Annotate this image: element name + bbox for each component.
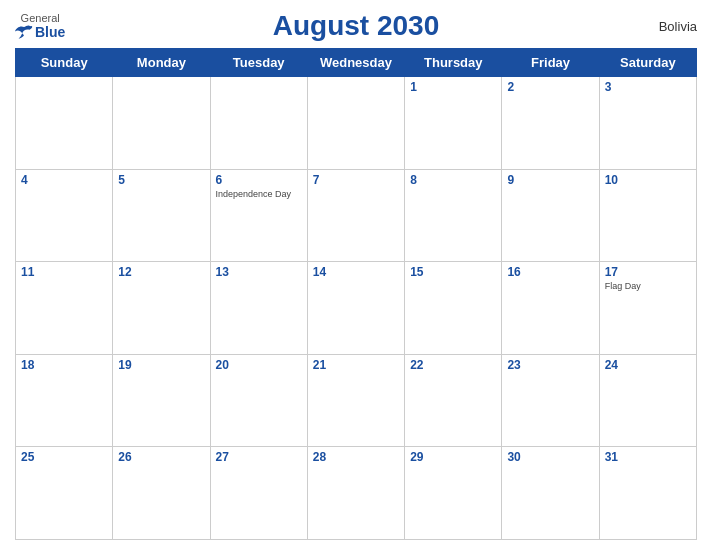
event-label: Independence Day — [216, 189, 302, 200]
calendar-week-2: 456Independence Day78910 — [16, 169, 697, 262]
logo-general: General — [21, 12, 60, 24]
calendar-header: General Blue August 2030 Bolivia — [15, 10, 697, 42]
day-number: 24 — [605, 358, 691, 372]
day-number: 17 — [605, 265, 691, 279]
table-row — [210, 77, 307, 170]
day-number: 1 — [410, 80, 496, 94]
table-row: 4 — [16, 169, 113, 262]
day-number: 10 — [605, 173, 691, 187]
table-row: 16 — [502, 262, 599, 355]
day-number: 22 — [410, 358, 496, 372]
header-wednesday: Wednesday — [307, 49, 404, 77]
day-number: 23 — [507, 358, 593, 372]
table-row: 3 — [599, 77, 696, 170]
table-row: 24 — [599, 354, 696, 447]
header-tuesday: Tuesday — [210, 49, 307, 77]
table-row: 1 — [405, 77, 502, 170]
calendar-week-5: 25262728293031 — [16, 447, 697, 540]
calendar-table: Sunday Monday Tuesday Wednesday Thursday… — [15, 48, 697, 540]
table-row: 20 — [210, 354, 307, 447]
calendar-week-1: 123 — [16, 77, 697, 170]
table-row: 13 — [210, 262, 307, 355]
day-number: 19 — [118, 358, 204, 372]
day-number: 2 — [507, 80, 593, 94]
day-number: 29 — [410, 450, 496, 464]
calendar-week-3: 11121314151617Flag Day — [16, 262, 697, 355]
header-monday: Monday — [113, 49, 210, 77]
table-row: 18 — [16, 354, 113, 447]
day-number: 11 — [21, 265, 107, 279]
day-number: 4 — [21, 173, 107, 187]
day-number: 9 — [507, 173, 593, 187]
day-number: 21 — [313, 358, 399, 372]
day-number: 3 — [605, 80, 691, 94]
table-row: 27 — [210, 447, 307, 540]
table-row: 11 — [16, 262, 113, 355]
day-number: 16 — [507, 265, 593, 279]
day-number: 18 — [21, 358, 107, 372]
table-row: 31 — [599, 447, 696, 540]
day-number: 7 — [313, 173, 399, 187]
day-number: 26 — [118, 450, 204, 464]
day-number: 6 — [216, 173, 302, 187]
header-saturday: Saturday — [599, 49, 696, 77]
day-number: 20 — [216, 358, 302, 372]
table-row: 14 — [307, 262, 404, 355]
table-row: 2 — [502, 77, 599, 170]
calendar-week-4: 18192021222324 — [16, 354, 697, 447]
table-row: 9 — [502, 169, 599, 262]
table-row: 12 — [113, 262, 210, 355]
table-row: 19 — [113, 354, 210, 447]
day-number: 5 — [118, 173, 204, 187]
table-row: 25 — [16, 447, 113, 540]
day-number: 12 — [118, 265, 204, 279]
table-row: 23 — [502, 354, 599, 447]
table-row: 21 — [307, 354, 404, 447]
table-row: 30 — [502, 447, 599, 540]
table-row: 5 — [113, 169, 210, 262]
header-friday: Friday — [502, 49, 599, 77]
header-thursday: Thursday — [405, 49, 502, 77]
header-sunday: Sunday — [16, 49, 113, 77]
day-number: 27 — [216, 450, 302, 464]
day-number: 8 — [410, 173, 496, 187]
table-row: 28 — [307, 447, 404, 540]
table-row — [16, 77, 113, 170]
day-number: 15 — [410, 265, 496, 279]
day-number: 25 — [21, 450, 107, 464]
table-row: 29 — [405, 447, 502, 540]
event-label: Flag Day — [605, 281, 691, 292]
logo-blue: Blue — [15, 24, 65, 40]
day-number: 13 — [216, 265, 302, 279]
table-row: 15 — [405, 262, 502, 355]
table-row: 7 — [307, 169, 404, 262]
country-label: Bolivia — [659, 19, 697, 34]
day-number: 14 — [313, 265, 399, 279]
weekday-header-row: Sunday Monday Tuesday Wednesday Thursday… — [16, 49, 697, 77]
table-row — [307, 77, 404, 170]
table-row — [113, 77, 210, 170]
table-row: 26 — [113, 447, 210, 540]
logo: General Blue — [15, 12, 65, 40]
table-row: 8 — [405, 169, 502, 262]
table-row: 17Flag Day — [599, 262, 696, 355]
day-number: 30 — [507, 450, 593, 464]
table-row: 22 — [405, 354, 502, 447]
day-number: 28 — [313, 450, 399, 464]
table-row: 10 — [599, 169, 696, 262]
day-number: 31 — [605, 450, 691, 464]
calendar-title: August 2030 — [273, 10, 440, 42]
logo-bird-icon — [15, 25, 33, 39]
table-row: 6Independence Day — [210, 169, 307, 262]
